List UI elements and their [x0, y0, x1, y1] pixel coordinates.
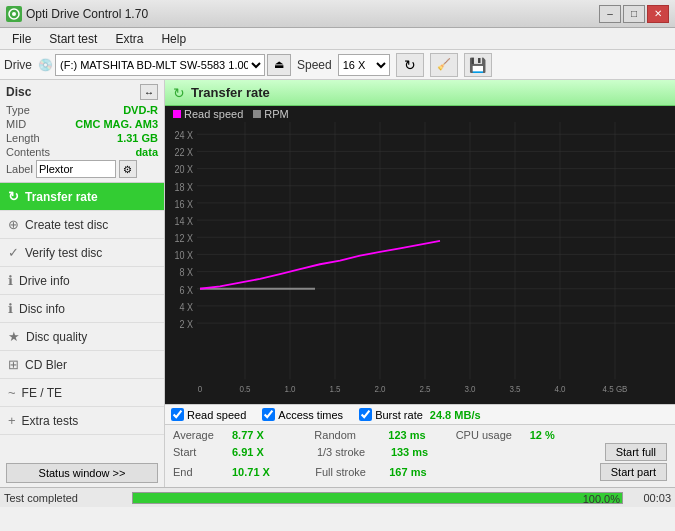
menubar: File Start test Extra Help	[0, 28, 675, 50]
titlebar: Opti Drive Control 1.70 – □ ✕	[0, 0, 675, 28]
label-input[interactable]	[36, 160, 116, 178]
svg-text:4.0: 4.0	[554, 383, 565, 394]
start-full-button[interactable]: Start full	[605, 443, 667, 461]
read-speed-legend-label: Read speed	[184, 108, 243, 120]
disc-refresh-button[interactable]: ↔	[140, 84, 158, 100]
read-speed-legend-dot	[173, 110, 181, 118]
nav-verify-test-disc-label: Verify test disc	[25, 246, 102, 260]
status-window-button[interactable]: Status window >>	[6, 463, 158, 483]
svg-text:4.5 GB: 4.5 GB	[603, 383, 628, 394]
legend-read-speed: Read speed	[173, 108, 243, 120]
stats-row-3: End 10.71 X Full stroke 167 ms Start par…	[173, 463, 667, 481]
chart-legend: Read speed RPM	[165, 106, 675, 122]
menu-help[interactable]: Help	[153, 30, 194, 48]
speed-selector[interactable]: 16 X Max 2 X 4 X 8 X	[338, 54, 390, 76]
svg-text:1.0: 1.0	[284, 383, 295, 394]
stat-third-stroke-value: 133 ms	[391, 446, 436, 458]
statusbar: Test completed 100.0% 00:03	[0, 487, 675, 507]
content-area: ↻ Transfer rate Read speed RPM	[165, 80, 675, 487]
drivebar: Drive 💿 (F:) MATSHITA BD-MLT SW-5583 1.0…	[0, 50, 675, 80]
svg-text:8 X: 8 X	[180, 267, 194, 279]
nav-extra-tests[interactable]: + Extra tests	[0, 407, 164, 435]
read-speed-check: Read speed	[171, 408, 246, 421]
disc-quality-icon: ★	[8, 329, 20, 344]
nav-create-test-disc-label: Create test disc	[25, 218, 108, 232]
nav-drive-info-label: Drive info	[19, 274, 70, 288]
disc-type-label: Type	[6, 104, 30, 116]
save-button[interactable]: 💾	[464, 53, 492, 77]
checks-row: Read speed Access times Burst rate 24.8 …	[165, 404, 675, 425]
chart-header-icon: ↻	[173, 85, 185, 101]
disc-length-label: Length	[6, 132, 40, 144]
drive-info-icon: ℹ	[8, 273, 13, 288]
nav-transfer-rate-label: Transfer rate	[25, 190, 98, 204]
stat-full-stroke-label: Full stroke	[315, 466, 385, 478]
burst-rate-checkbox[interactable]	[359, 408, 372, 421]
label-settings-button[interactable]: ⚙	[119, 160, 137, 178]
start-part-button[interactable]: Start part	[600, 463, 667, 481]
chart-area: 24 X 22 X 20 X 18 X 16 X 14 X	[165, 122, 675, 404]
stat-full-stroke-group: Full stroke 167 ms	[315, 466, 457, 478]
svg-text:1.5: 1.5	[329, 383, 340, 394]
sidebar: Disc ↔ Type DVD-R MID CMC MAG. AM3 Lengt…	[0, 80, 165, 487]
rpm-legend-label: RPM	[264, 108, 288, 120]
svg-text:12 X: 12 X	[175, 232, 194, 244]
stat-third-stroke-label: 1/3 stroke	[317, 446, 387, 458]
disc-mid-value: CMC MAG. AM3	[75, 118, 158, 130]
stat-full-stroke-value: 167 ms	[389, 466, 434, 478]
stat-random-group: Random 123 ms	[314, 429, 455, 441]
menu-start-test[interactable]: Start test	[41, 30, 105, 48]
burst-rate-check: Burst rate 24.8 MB/s	[359, 408, 480, 421]
minimize-button[interactable]: –	[599, 5, 621, 23]
legend-rpm: RPM	[253, 108, 288, 120]
svg-text:14 X: 14 X	[175, 215, 194, 227]
stat-average-label: Average	[173, 429, 228, 441]
stat-cpu-label: CPU usage	[456, 429, 526, 441]
svg-text:24 X: 24 X	[175, 129, 194, 141]
nav-fe-te[interactable]: ~ FE / TE	[0, 379, 164, 407]
stat-end-value: 10.71 X	[232, 466, 282, 478]
read-speed-checkbox[interactable]	[171, 408, 184, 421]
drive-label: Drive	[4, 58, 32, 72]
nav-verify-test-disc[interactable]: ✓ Verify test disc	[0, 239, 164, 267]
nav-cd-bler[interactable]: ⊞ CD Bler	[0, 351, 164, 379]
create-disc-icon: ⊕	[8, 217, 19, 232]
disc-panel: Disc ↔ Type DVD-R MID CMC MAG. AM3 Lengt…	[0, 80, 164, 183]
svg-text:2.5: 2.5	[419, 383, 430, 394]
svg-text:2.0: 2.0	[374, 383, 385, 394]
burst-rate-check-label: Burst rate	[375, 409, 423, 421]
nav-disc-info[interactable]: ℹ Disc info	[0, 295, 164, 323]
stats-row-2: Start 6.91 X 1/3 stroke 133 ms Start ful…	[173, 443, 667, 461]
nav-transfer-rate[interactable]: ↻ Transfer rate	[0, 183, 164, 211]
stat-cpu-value: 12 %	[530, 429, 570, 441]
extra-tests-icon: +	[8, 413, 16, 428]
menu-file[interactable]: File	[4, 30, 39, 48]
chart-header: ↻ Transfer rate	[165, 80, 675, 106]
nav-drive-info[interactable]: ℹ Drive info	[0, 267, 164, 295]
nav-disc-quality[interactable]: ★ Disc quality	[0, 323, 164, 351]
disc-length-value: 1.31 GB	[117, 132, 158, 144]
access-times-checkbox[interactable]	[262, 408, 275, 421]
drive-eject-button[interactable]: ⏏	[267, 54, 291, 76]
svg-text:10 X: 10 X	[175, 249, 194, 261]
nav-cd-bler-label: CD Bler	[25, 358, 67, 372]
nav-fe-te-label: FE / TE	[22, 386, 62, 400]
nav-disc-info-label: Disc info	[19, 302, 65, 316]
drive-selector[interactable]: (F:) MATSHITA BD-MLT SW-5583 1.00	[55, 54, 265, 76]
speed-label: Speed	[297, 58, 332, 72]
clear-button[interactable]: 🧹	[430, 53, 458, 77]
svg-text:0: 0	[198, 383, 202, 394]
chart-title: Transfer rate	[191, 85, 270, 100]
svg-text:6 X: 6 X	[180, 284, 194, 296]
label-field-label: Label	[6, 163, 33, 175]
maximize-button[interactable]: □	[623, 5, 645, 23]
stat-random-value: 123 ms	[388, 429, 433, 441]
svg-rect-2	[165, 122, 675, 404]
close-button[interactable]: ✕	[647, 5, 669, 23]
access-times-check: Access times	[262, 408, 343, 421]
cd-bler-icon: ⊞	[8, 357, 19, 372]
disc-contents-label: Contents	[6, 146, 50, 158]
refresh-button[interactable]: ↻	[396, 53, 424, 77]
menu-extra[interactable]: Extra	[107, 30, 151, 48]
nav-create-test-disc[interactable]: ⊕ Create test disc	[0, 211, 164, 239]
